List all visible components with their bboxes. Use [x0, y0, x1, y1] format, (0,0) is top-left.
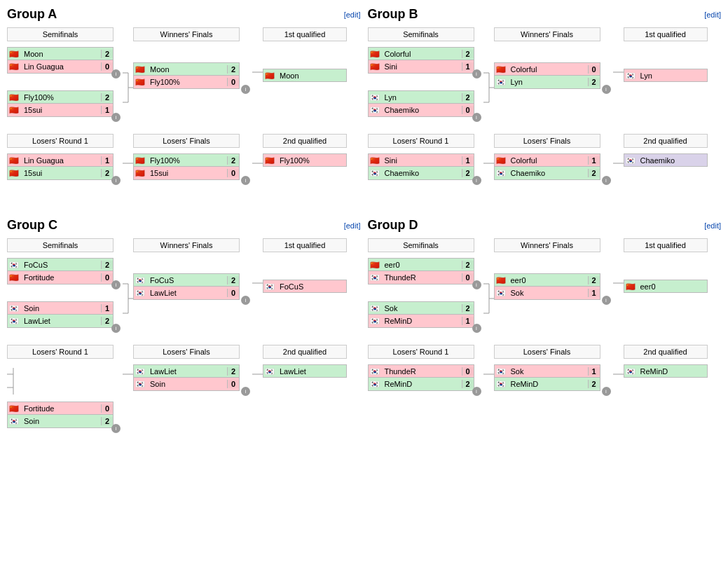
info-icon[interactable]: i	[241, 85, 250, 94]
group-b-lf-p1: 🇨🇳 Colorful 1	[494, 153, 600, 167]
group-d-q2-label: 2nd qualified	[624, 345, 708, 359]
connector-b-q1	[613, 69, 624, 76]
info-icon[interactable]: i	[602, 176, 611, 185]
group-b-sf1: 🇨🇳 Colorful 2 🇨🇳 Sini 1 i	[368, 47, 483, 74]
info-icon[interactable]: i	[602, 85, 611, 94]
group-a-lr1-p1: 🇨🇳 Lin Guagua 1	[7, 153, 114, 167]
page-container: Group A [edit] Semifinals Winners' Final…	[7, 7, 721, 438]
info-icon[interactable]: i	[111, 176, 121, 185]
group-a-edit[interactable]: [edit]	[344, 11, 361, 19]
group-c-wf-p1: 🇰🇷 FoCuS 2	[133, 273, 240, 287]
group-d-edit[interactable]: [edit]	[704, 221, 721, 230]
flag-kr: 🇰🇷	[626, 156, 638, 165]
group-c-title: Group C	[7, 218, 57, 233]
group-a-sf2-p2: 🇨🇳 15sui 1	[7, 104, 114, 117]
group-a-wf-label: Winners' Finals	[133, 27, 240, 41]
flag-kr: 🇰🇷	[626, 367, 638, 376]
flag-kr: 🇰🇷	[135, 289, 148, 297]
info-icon[interactable]: i	[472, 324, 481, 333]
group-c-q1: 🇰🇷 FoCuS	[263, 280, 347, 293]
flag-kr: 🇰🇷	[9, 417, 22, 425]
flag-kr: 🇰🇷	[9, 304, 22, 313]
connector-d-lf	[483, 371, 494, 378]
connector-a-w	[123, 67, 133, 109]
flag-kr: 🇰🇷	[626, 71, 638, 80]
info-icon[interactable]: i	[111, 280, 121, 289]
group-d-sf1: 🇨🇳 eer0 2 🇰🇷 ThundeR 0 i	[368, 258, 483, 284]
group-d-sf1-p1: 🇨🇳 eer0 2	[368, 258, 474, 271]
group-c: Group C [edit] Semifinals Winners' Final…	[7, 218, 361, 438]
group-a-title: Group A	[7, 7, 57, 22]
group-c-lfinals: 🇰🇷 LawLiet 2 🇰🇷 Soin 0 i	[133, 364, 252, 391]
flag-kr: 🇰🇷	[9, 261, 22, 269]
group-b-lf-label: Losers' Finals	[494, 134, 600, 148]
group-c-sf2-p1: 🇰🇷 Soin 1	[7, 301, 114, 315]
info-icon[interactable]: i	[111, 324, 121, 333]
info-icon[interactable]: i	[241, 296, 250, 305]
connector-b-q2	[613, 160, 624, 167]
group-c-lf-p1: 🇰🇷 LawLiet 2	[133, 364, 240, 378]
group-b-edit[interactable]: [edit]	[704, 11, 721, 19]
info-icon[interactable]: i	[472, 176, 481, 185]
info-icon[interactable]: i	[111, 113, 121, 122]
info-icon[interactable]: i	[602, 387, 611, 396]
group-a-sf2-p1: 🇨🇳 Fly100% 2	[7, 90, 114, 104]
group-d: Group D [edit] Semifinals Winners' Final…	[368, 218, 722, 438]
flag-cn: 🇨🇳	[9, 169, 22, 177]
flag-kr: 🇰🇷	[370, 273, 383, 282]
group-b-lf-p2: 🇰🇷 Chaemiko 2	[494, 167, 600, 180]
connector-d-q1	[613, 280, 624, 287]
group-d-wf-label: Winners' Finals	[494, 238, 600, 252]
group-a-lr1: 🇨🇳 Lin Guagua 1 🇨🇳 15sui 2 i	[7, 153, 123, 180]
group-c-sf1-p1: 🇰🇷 FoCuS 2	[7, 258, 114, 271]
flag-cn: 🇨🇳	[370, 156, 383, 165]
group-c-q1-label: 1st qualified	[263, 238, 347, 252]
group-b-q2-label: 2nd qualified	[624, 134, 708, 148]
info-icon[interactable]: i	[472, 387, 481, 396]
flag-cn: 🇨🇳	[370, 261, 383, 269]
group-d-lf-p1: 🇰🇷 Sok 1	[494, 364, 600, 378]
info-icon[interactable]: i	[111, 424, 121, 433]
group-c-lr1-p2: 🇰🇷 Soin 2	[7, 415, 114, 428]
flag-kr: 🇰🇷	[370, 304, 383, 313]
top-groups-row: Group A [edit] Semifinals Winners' Final…	[7, 7, 721, 190]
group-d-sf2-p1: 🇰🇷 Sok 2	[368, 301, 474, 315]
group-d-q2: 🇰🇷 ReMinD	[624, 364, 708, 378]
info-icon[interactable]: i	[241, 387, 250, 396]
info-icon[interactable]: i	[472, 113, 481, 122]
group-b-sf2-p1: 🇰🇷 Lyn 2	[368, 90, 474, 104]
flag-cn: 🇨🇳	[135, 65, 148, 74]
group-d-wf-p1: 🇨🇳 eer0 2	[494, 273, 600, 287]
connector-c-lf	[123, 371, 133, 378]
group-c-edit[interactable]: [edit]	[344, 221, 361, 230]
group-c-q2: 🇰🇷 LawLiet	[263, 364, 347, 378]
connector-a-q1	[252, 69, 263, 76]
group-b-lr1-p2: 🇰🇷 Chaemiko 2	[368, 167, 474, 180]
group-c-sf1: 🇰🇷 FoCuS 2 🇨🇳 Fortitude 0 i	[7, 258, 123, 284]
connector-a-q2	[252, 160, 263, 167]
group-a-lfinals: 🇨🇳 Fly100% 2 🇨🇳 15sui 0 i	[133, 153, 252, 180]
flag-cn: 🇨🇳	[265, 156, 277, 165]
flag-kr: 🇰🇷	[370, 169, 383, 177]
info-icon[interactable]: i	[111, 69, 121, 78]
group-d-header: Group D [edit]	[368, 218, 722, 233]
info-icon[interactable]: i	[241, 176, 250, 185]
group-b-wf-p2: 🇰🇷 Lyn 2	[494, 76, 600, 89]
group-d-lr1: 🇰🇷 ThundeR 0 🇰🇷 ReMinD 2 i	[368, 364, 483, 391]
group-c-lf-p2: 🇰🇷 Soin 0	[133, 378, 240, 391]
flag-cn: 🇨🇳	[265, 71, 277, 80]
info-icon[interactable]: i	[602, 296, 611, 305]
group-d-sf2: 🇰🇷 Sok 2 🇰🇷 ReMinD 1 i	[368, 301, 483, 328]
group-a-q1: 🇨🇳 Moon	[263, 69, 347, 82]
group-c-lr1: 🇨🇳 Fortitude 0 🇰🇷 Soin 2 i	[7, 402, 123, 428]
flag-kr: 🇰🇷	[265, 367, 277, 376]
flag-kr: 🇰🇷	[135, 367, 148, 376]
flag-cn: 🇨🇳	[496, 276, 509, 284]
group-b-title: Group B	[368, 7, 418, 22]
info-icon[interactable]: i	[472, 280, 481, 289]
group-a-q1-label: 1st qualified	[263, 27, 347, 41]
group-d-sf-label: Semifinals	[368, 238, 474, 252]
connector-d-q2	[613, 371, 624, 378]
connector-c-w	[123, 277, 133, 320]
info-icon[interactable]: i	[472, 69, 481, 78]
